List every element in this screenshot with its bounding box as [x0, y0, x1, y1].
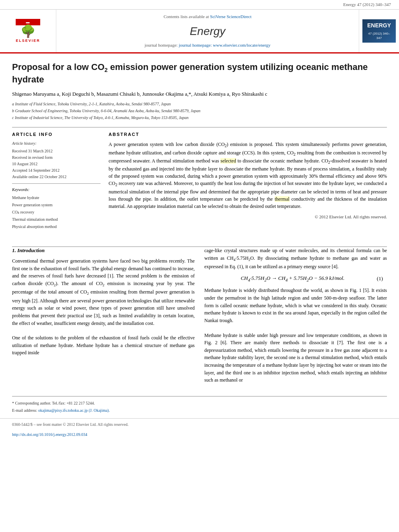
date-accepted: Accepted 14 September 2012	[12, 167, 101, 174]
dates-block: Received 31 March 2012 Received in revis…	[12, 148, 101, 184]
section-title-text: Introduction	[17, 247, 45, 253]
section-number: 1.	[12, 247, 16, 253]
email-label: E-mail address:	[12, 408, 37, 413]
abstract-text: A power generation system with low carbo…	[109, 141, 387, 210]
affil-a: a Institute of Fluid Science, Tohoku Uni…	[12, 101, 387, 107]
elsevier-tree-icon: 🌳	[16, 25, 40, 37]
affiliations: a Institute of Fluid Science, Tohoku Uni…	[12, 101, 387, 121]
affil-b: b Graduate School of Engineering, Tohoku…	[12, 108, 387, 114]
article-info-heading: ARTICLE INFO	[12, 131, 101, 138]
equation-formula: CH4·5.75H2O → CH4 + 5.75H2O − 56.9 kJ/mo…	[208, 275, 377, 283]
copyright-line: © 2012 Elsevier Ltd. All rights reserved…	[109, 214, 387, 220]
date-revised-label: Received in revised form	[12, 154, 101, 161]
abstract-col: ABSTRACT A power generation system with …	[109, 131, 387, 230]
keyword-1: Methane hydrate	[12, 194, 101, 201]
intro-paragraph1: Conventional thermal power generation sy…	[12, 257, 195, 327]
keyword-2: Power generation system	[12, 201, 101, 209]
journal-center: Contents lists available at SciVerse Sci…	[56, 10, 359, 52]
energy-badge: ENERGY 47 (2012) 340–347	[362, 19, 396, 43]
body-col-left: 1. Introduction Conventional thermal pow…	[12, 247, 195, 384]
badge-subtitle: 47 (2012) 340–347	[366, 31, 392, 40]
equation-block: CH4·5.75H2O → CH4 + 5.75H2O − 56.9 kJ/mo…	[204, 275, 387, 283]
date-online: Available online 22 October 2012	[12, 174, 101, 180]
bottom-bar: 0360-5442/$ – see front matter © 2012 El…	[0, 418, 399, 431]
co2-sub: 2	[105, 67, 108, 74]
journal-header: ▬ 🌳 ELSEVIER Contents lists available at…	[0, 10, 399, 53]
keywords-label: Keywords:	[12, 187, 101, 193]
affil-c: c Institute of Industrial Science, The U…	[12, 115, 387, 121]
corresponding-author: * Corresponding author. Tel./fax: +81 22…	[0, 401, 399, 408]
keywords-section: Keywords: Methane hydrate Power generati…	[12, 187, 101, 230]
body-area: 1. Introduction Conventional thermal pow…	[0, 247, 399, 392]
badge-title: ENERGY	[366, 22, 392, 30]
issn-text: 0360-5442/$ – see front matter © 2012 El…	[12, 422, 128, 427]
email-link[interactable]: okajima@pixy.ifs.tohoku.ac.jp (J. Okajim…	[38, 408, 110, 413]
intro-paragraph2: One of the solutions to the problem of t…	[12, 334, 195, 357]
date-revised: 10 August 2012	[12, 161, 101, 167]
keywords-list: Methane hydrate Power generation system …	[12, 194, 101, 230]
elsevier-logo-area: ▬ 🌳 ELSEVIER	[0, 10, 56, 52]
authors-line: Shigenao Maruyama a, Koji Deguchi b, Mas…	[12, 90, 387, 98]
corresponding-text: * Corresponding author. Tel./fax: +81 22…	[12, 401, 95, 405]
keyword-3: CO₂ recovery	[12, 209, 101, 216]
article-info-col: ARTICLE INFO Article history: Received 3…	[12, 131, 101, 230]
citation-text: Energy 47 (2012) 340–347	[343, 2, 391, 7]
elsevier-label: ELSEVIER	[16, 38, 40, 43]
article-area: Proposal for a low CO2 emission power ge…	[0, 53, 399, 246]
history-label: Article history:	[12, 141, 101, 146]
right-paragraph1: cage-like crystal structures made up of …	[204, 247, 387, 271]
article-info-abstract: ARTICLE INFO Article history: Received 3…	[12, 131, 387, 230]
right-paragraph3: Methane hydrate is stable under high pre…	[204, 332, 387, 384]
equation-number: (1)	[377, 275, 383, 282]
elsevier-logo: ▬ 🌳 ELSEVIER	[16, 19, 40, 43]
abstract-heading: ABSTRACT	[109, 131, 387, 138]
body-two-col: 1. Introduction Conventional thermal pow…	[12, 247, 387, 384]
journal-homepage: journal homepage: journal homepage: www.…	[144, 42, 270, 48]
doi-link[interactable]: http://dx.doi.org/10.1016/j.energy.2012.…	[12, 432, 87, 437]
citation-topbar: Energy 47 (2012) 340–347	[0, 0, 399, 10]
divider-1	[12, 127, 387, 127]
title-part1: Proposal for a low CO	[12, 62, 105, 72]
authors-text: Shigenao Maruyama a, Koji Deguchi b, Mas…	[12, 91, 267, 97]
keyword-4: Thermal stimulation method	[12, 216, 101, 223]
sciverse-link[interactable]: SciVerse ScienceDirect	[210, 14, 251, 19]
homepage-label: journal homepage:	[144, 43, 179, 47]
keyword-5: Physical absorption method	[12, 223, 101, 230]
sciverse-text: Contents lists available at	[164, 14, 209, 19]
footer-divider	[12, 396, 387, 396]
date-received: Received 31 March 2012	[12, 148, 101, 154]
doi-line: http://dx.doi.org/10.1016/j.energy.2012.…	[0, 431, 399, 442]
article-title: Proposal for a low CO2 emission power ge…	[12, 62, 387, 85]
sciverse-line: Contents lists available at SciVerse Sci…	[164, 14, 251, 20]
body-col-right: cage-like crystal structures made up of …	[204, 247, 387, 384]
journal-title: Energy	[190, 23, 226, 39]
energy-badge-area: ENERGY 47 (2012) 340–347	[359, 10, 399, 52]
right-paragraph2: Methane hydrate is widely distributed th…	[204, 287, 387, 324]
intro-title: 1. Introduction	[12, 247, 195, 254]
email-line: E-mail address: okajima@pixy.ifs.tohoku.…	[0, 408, 399, 415]
homepage-link[interactable]: journal homepage: www.elsevier.com/locat…	[179, 43, 270, 47]
